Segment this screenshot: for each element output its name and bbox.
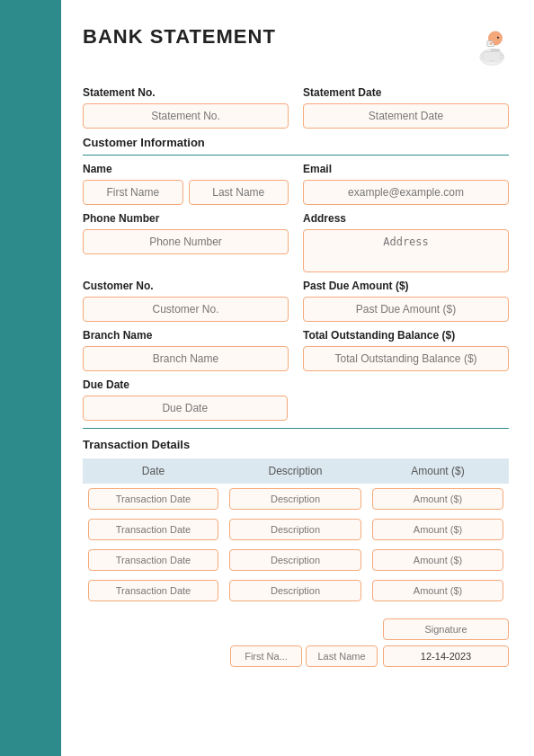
past-due-group: Past Due Amount ($): [303, 280, 509, 322]
tx-desc-cell: [224, 484, 367, 514]
branch-input[interactable]: [83, 346, 289, 371]
tx-amount-input[interactable]: [372, 580, 503, 601]
bank-icon: [455, 18, 509, 72]
signature-row: [83, 618, 509, 667]
tx-date-cell: [83, 545, 224, 575]
customer-no-input[interactable]: [83, 297, 289, 322]
table-row: [83, 575, 509, 606]
transaction-header-row: Date Description Amount ($): [83, 458, 509, 484]
statement-date-group: Statement Date: [303, 86, 509, 129]
tx-desc-input[interactable]: [229, 488, 361, 510]
svg-point-7: [497, 37, 499, 39]
signature-date-input[interactable]: [383, 645, 509, 667]
tx-desc-cell: [224, 545, 367, 575]
customer-info-title: Customer Information: [83, 136, 509, 149]
col-amount: Amount ($): [367, 458, 509, 484]
tx-amount-input[interactable]: [372, 549, 503, 571]
table-row: [83, 484, 509, 514]
page: BANK STATEMENT: [0, 0, 534, 756]
svg-point-5: [494, 58, 500, 63]
email-input[interactable]: [303, 180, 509, 205]
customer-info-divider: [83, 155, 509, 156]
total-outstanding-input[interactable]: [303, 346, 509, 371]
svg-rect-3: [491, 49, 501, 51]
sig-first-name-input[interactable]: [230, 645, 302, 667]
tx-date-input[interactable]: [88, 549, 218, 571]
table-row: [83, 514, 509, 545]
due-date-row: Due Date: [83, 378, 509, 421]
name-group: Name: [83, 163, 289, 205]
tx-date-input[interactable]: [88, 580, 218, 601]
email-label: Email: [303, 163, 509, 175]
tx-date-input[interactable]: [88, 519, 218, 540]
sidebar: [0, 0, 61, 756]
customer-past-due-row: Customer No. Past Due Amount ($): [83, 280, 509, 322]
statement-no-group: Statement No.: [83, 86, 289, 129]
svg-point-4: [484, 58, 489, 63]
name-email-row: Name Email: [83, 163, 509, 205]
sig-last-name-input[interactable]: [306, 645, 378, 667]
transaction-table: Date Description Amount ($): [83, 458, 509, 606]
header: BANK STATEMENT: [83, 18, 509, 72]
tx-date-input[interactable]: [88, 488, 218, 510]
due-date-group: Due Date: [83, 378, 288, 421]
customer-no-group: Customer No.: [83, 280, 289, 322]
phone-group: Phone Number: [83, 212, 289, 272]
tx-amount-cell: [367, 545, 509, 575]
tx-desc-input[interactable]: [229, 580, 361, 601]
tx-date-cell: [83, 514, 224, 545]
sig-name-group: [230, 645, 378, 667]
statement-row: Statement No. Statement Date: [83, 86, 509, 129]
transaction-section: Transaction Details Date Description Amo…: [83, 428, 509, 606]
tx-date-cell: [83, 575, 224, 606]
address-group: Address: [303, 212, 509, 272]
transaction-divider: [83, 428, 509, 429]
total-outstanding-label: Total Outstanding Balance ($): [303, 329, 509, 342]
tx-desc-cell: [224, 575, 367, 606]
phone-address-row: Phone Number Address: [83, 212, 509, 272]
transaction-title: Transaction Details: [83, 438, 509, 451]
svg-point-6: [500, 55, 504, 58]
branch-outstanding-row: Branch Name Total Outstanding Balance ($…: [83, 329, 509, 371]
branch-group: Branch Name: [83, 329, 289, 371]
tx-amount-input[interactable]: [372, 488, 503, 510]
branch-label: Branch Name: [83, 329, 289, 342]
phone-label: Phone Number: [83, 212, 289, 225]
address-label: Address: [303, 212, 509, 225]
col-description: Description: [224, 458, 367, 484]
email-group: Email: [303, 163, 509, 205]
col-date: Date: [83, 458, 224, 484]
tx-desc-cell: [224, 514, 367, 545]
past-due-input[interactable]: [303, 297, 509, 322]
tx-date-cell: [83, 484, 224, 514]
statement-date-input[interactable]: [303, 103, 509, 129]
tx-amount-input[interactable]: [372, 519, 503, 540]
due-date-input[interactable]: [83, 396, 288, 421]
phone-input[interactable]: [83, 229, 289, 254]
tx-amount-cell: [367, 575, 509, 606]
tx-desc-input[interactable]: [229, 549, 361, 571]
name-label: Name: [83, 163, 289, 175]
address-input[interactable]: [303, 229, 509, 272]
sig-block: [383, 618, 509, 667]
table-row: [83, 545, 509, 575]
past-due-label: Past Due Amount ($): [303, 280, 509, 292]
total-outstanding-group: Total Outstanding Balance ($): [303, 329, 509, 371]
customer-no-label: Customer No.: [83, 280, 289, 292]
tx-amount-cell: [367, 484, 509, 514]
first-name-input[interactable]: [83, 180, 183, 205]
statement-no-label: Statement No.: [83, 86, 289, 99]
page-title: BANK STATEMENT: [83, 18, 276, 49]
name-inputs: [83, 180, 289, 205]
tx-desc-input[interactable]: [229, 519, 361, 540]
signature-input[interactable]: [383, 618, 509, 640]
statement-date-label: Statement Date: [303, 86, 509, 99]
statement-no-input[interactable]: [83, 103, 289, 129]
tx-amount-cell: [367, 514, 509, 545]
due-date-label: Due Date: [83, 378, 288, 391]
last-name-input[interactable]: [189, 180, 289, 205]
content: BANK STATEMENT: [61, 0, 534, 756]
spacer: [302, 378, 509, 421]
